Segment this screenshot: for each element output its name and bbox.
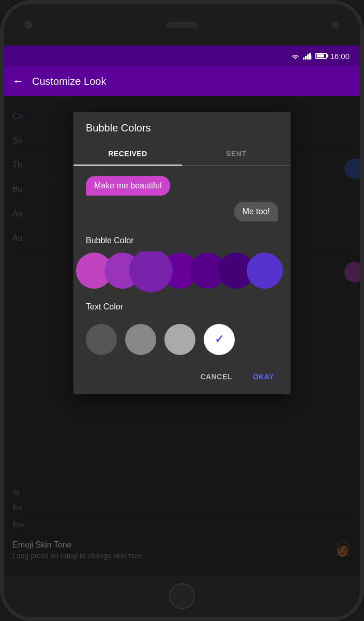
main-content: Co So Th Bu Ap Au St Bu Em Emoji Skin To… <box>4 96 360 575</box>
text-color-label: Text Color <box>86 302 278 318</box>
text-swatch-light[interactable] <box>164 324 195 355</box>
svg-rect-0 <box>303 57 305 60</box>
app-bar: ← Customize Look <box>4 66 360 96</box>
status-time: 16:00 <box>330 52 350 61</box>
status-bar: 16:00 <box>4 46 360 66</box>
tab-sent[interactable]: SENT <box>182 142 291 165</box>
dialog-preview: Make me beautiful Me too! <box>73 166 291 232</box>
svg-rect-1 <box>305 56 307 60</box>
cancel-button[interactable]: CANCEL <box>192 367 240 386</box>
checkmark-icon: ✓ <box>215 333 224 346</box>
app-title: Customize Look <box>32 76 106 87</box>
signal-icon <box>303 52 312 60</box>
dialog-tabs: RECEIVED SENT <box>73 142 291 166</box>
sensors <box>332 21 339 28</box>
battery-icon <box>315 53 327 59</box>
home-button[interactable] <box>169 583 195 609</box>
speaker <box>166 22 198 28</box>
bubble-swatch-3[interactable] <box>129 252 173 292</box>
back-button[interactable]: ← <box>12 75 24 88</box>
svg-rect-2 <box>307 54 309 60</box>
okay-button[interactable]: OKAY <box>245 367 282 386</box>
text-swatch-medium[interactable] <box>125 324 156 355</box>
svg-rect-3 <box>309 53 311 60</box>
svg-rect-4 <box>311 55 312 60</box>
dialog-buttons: CANCEL OKAY <box>73 363 291 394</box>
camera <box>25 21 32 28</box>
text-color-section: Text Color ✓ <box>73 298 291 363</box>
bubble-color-swatches <box>73 252 291 298</box>
text-swatch-dark[interactable] <box>86 324 117 355</box>
dialog-title: Bubble Colors <box>73 112 291 142</box>
text-color-swatches: ✓ <box>86 324 278 355</box>
phone-bottom <box>4 575 360 617</box>
phone-top <box>4 4 360 46</box>
phone-frame: 16:00 ← Customize Look Co So Th Bu Ap Au… <box>0 0 364 621</box>
text-swatch-white[interactable]: ✓ <box>204 324 235 355</box>
bubble-colors-dialog: Bubble Colors RECEIVED SENT Make me beau… <box>73 112 291 394</box>
sent-bubble: Me too! <box>234 202 278 221</box>
wifi-icon <box>291 52 300 60</box>
status-icons: 16:00 <box>291 52 350 61</box>
bubble-color-label: Bubble Color <box>73 232 291 252</box>
bubble-swatch-7[interactable] <box>247 253 283 289</box>
sent-bubble-container: Me too! <box>86 202 278 221</box>
received-bubble: Make me beautiful <box>86 176 170 196</box>
tab-received[interactable]: RECEIVED <box>73 142 182 165</box>
